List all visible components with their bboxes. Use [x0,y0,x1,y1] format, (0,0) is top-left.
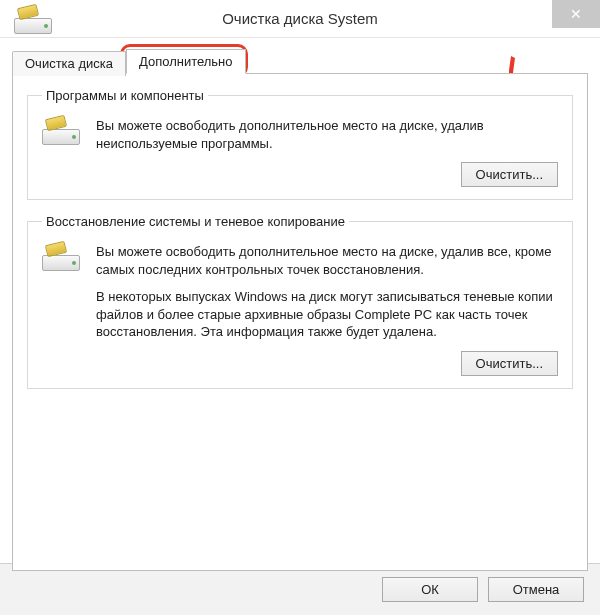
group-restore: Восстановление системы и теневое копиров… [27,214,573,389]
cleanup-programs-button[interactable]: Очистить... [461,162,558,187]
dialog-content: Очистка диска Дополнительно Программы и … [0,38,600,571]
disk-cleanup-icon [42,247,82,281]
group-programs-legend: Программы и компоненты [42,88,208,103]
titlebar: Очистка диска System ✕ [0,0,600,38]
group-restore-legend: Восстановление системы и теневое копиров… [42,214,349,229]
group-programs: Программы и компоненты Вы можете освобод… [27,88,573,200]
tab-disk-cleanup[interactable]: Очистка диска [12,51,126,76]
group-programs-text: Вы можете освободить дополнительное мест… [96,117,558,187]
disk-cleanup-icon [14,10,34,28]
group-restore-description-2: В некоторых выпусках Windows на диск мог… [96,288,558,341]
disk-cleanup-icon [42,121,82,155]
group-restore-description-1: Вы можете освободить дополнительное мест… [96,243,558,278]
ok-button[interactable]: ОК [382,577,478,602]
cancel-button[interactable]: Отмена [488,577,584,602]
group-restore-text: Вы можете освободить дополнительное мест… [96,243,558,376]
tab-panel-more: Программы и компоненты Вы можете освобод… [12,73,588,571]
group-programs-description: Вы можете освободить дополнительное мест… [96,117,558,152]
close-button[interactable]: ✕ [552,0,600,28]
cleanup-restore-button[interactable]: Очистить... [461,351,558,376]
window-title: Очистка диска System [0,10,600,27]
tab-more-options[interactable]: Дополнительно [126,49,246,74]
tab-strip: Очистка диска Дополнительно [12,49,588,74]
